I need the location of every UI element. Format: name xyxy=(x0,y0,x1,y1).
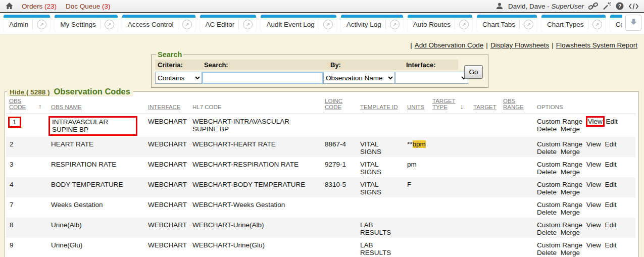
option-link-view[interactable]: View xyxy=(586,161,601,168)
option-link-custom-range[interactable]: Custom Range xyxy=(537,140,582,148)
cell-units xyxy=(399,197,424,218)
option-link-delete[interactable]: Delete xyxy=(537,148,557,156)
link-icon[interactable] xyxy=(588,2,598,10)
tab-auto-routes[interactable]: Auto Routes↗ xyxy=(408,15,472,32)
header-target-type[interactable]: TARGET TYPE xyxy=(424,96,453,114)
tab-chart-tabs[interactable]: Chart Tabs↗ xyxy=(477,15,537,32)
wand-icon[interactable] xyxy=(603,2,611,10)
option-link-custom-range[interactable]: Custom Range xyxy=(537,201,582,209)
nav-orders[interactable]: Orders (23) xyxy=(22,3,57,10)
cell-obs-name: Weeks Gestation xyxy=(44,197,140,218)
option-link-custom-range[interactable]: Custom Range xyxy=(537,161,582,168)
open-new-window-icon[interactable]: ↗ xyxy=(323,20,333,29)
header-target[interactable]: TARGET xyxy=(465,96,495,114)
option-link-merge[interactable]: Merge xyxy=(561,148,580,156)
open-new-window-icon[interactable]: ↗ xyxy=(524,20,533,29)
spacer-cell xyxy=(453,197,465,218)
option-link-delete[interactable]: Delete xyxy=(537,188,557,196)
option-link-edit[interactable]: Edit xyxy=(606,118,618,125)
header-units[interactable]: UNITS xyxy=(399,96,424,114)
option-link-delete[interactable]: Delete xyxy=(537,125,557,133)
main-content: |Add Observation Code|Display Flowsheets… xyxy=(0,34,644,257)
option-link-delete[interactable]: Delete xyxy=(537,249,557,256)
cell-units: **bpm xyxy=(399,137,424,157)
option-link-delete[interactable]: Delete xyxy=(537,229,557,236)
orders-count: (23) xyxy=(44,3,57,10)
action-link-flowsheets-system-report[interactable]: Flowsheets System Report xyxy=(556,41,637,49)
go-button[interactable]: Go xyxy=(464,65,483,79)
tab-colors[interactable]: Colors↗ xyxy=(610,15,622,32)
option-link-view[interactable]: View xyxy=(586,241,601,249)
option-link-merge[interactable]: Merge xyxy=(561,125,580,133)
option-link-custom-range[interactable]: Custom Range xyxy=(537,118,582,125)
option-link-custom-range[interactable]: Custom Range xyxy=(537,181,582,188)
open-new-window-icon[interactable]: ↗ xyxy=(390,20,400,29)
option-link-merge[interactable]: Merge xyxy=(561,249,580,256)
tab-admin[interactable]: Admin↗ xyxy=(4,15,50,32)
tab-overflow-button[interactable] xyxy=(625,15,641,31)
option-link-merge[interactable]: Merge xyxy=(561,188,580,196)
open-new-window-icon[interactable]: ↗ xyxy=(182,20,192,29)
table-header-row: OBS CODE ↑ OBS NAME INTERFACE HL7 CODE L… xyxy=(6,96,635,114)
hide-count-link[interactable]: Hide ( 5288 ) xyxy=(10,88,50,96)
option-link-view[interactable]: View xyxy=(586,181,601,188)
cell-target-type xyxy=(424,218,453,238)
tab-activity-log[interactable]: Activity Log↗ xyxy=(341,15,403,32)
tab-audit-event-log[interactable]: Audit Event Log↗ xyxy=(261,15,336,32)
home-icon[interactable] xyxy=(5,2,14,10)
criteria-label: Criteria: xyxy=(155,61,204,69)
option-link-merge[interactable]: Merge xyxy=(561,168,580,176)
header-loinc-code[interactable]: LOINC CODE xyxy=(317,96,352,114)
option-link-edit[interactable]: Edit xyxy=(605,221,617,229)
help-icon[interactable]: ? xyxy=(616,2,624,10)
nav-doc-queue[interactable]: Doc Queue (3) xyxy=(66,3,111,10)
option-link-edit[interactable]: Edit xyxy=(605,181,617,188)
cell-interface: WEBCHART xyxy=(140,218,184,238)
table-row: 1INTRAVASCULAR SUPINE BPWEBCHARTWEBCHART… xyxy=(6,114,635,137)
option-link-custom-range[interactable]: Custom Range xyxy=(537,241,582,249)
by-select[interactable]: Observation Name xyxy=(323,72,395,84)
cell-obs-name: INTRAVASCULAR SUPINE BP xyxy=(44,114,140,137)
user-label: David, Dave - SuperUser xyxy=(508,3,584,10)
open-new-window-icon[interactable]: ↗ xyxy=(37,20,46,29)
option-link-edit[interactable]: Edit xyxy=(605,161,617,168)
option-link-merge[interactable]: Merge xyxy=(561,229,580,236)
option-link-merge[interactable]: Merge xyxy=(561,209,580,216)
header-obs-code[interactable]: OBS CODE xyxy=(6,96,31,114)
action-link-add-observation-code[interactable]: Add Observation Code xyxy=(415,41,484,49)
option-link-view[interactable]: View xyxy=(586,140,601,148)
option-link-edit[interactable]: Edit xyxy=(605,241,617,249)
option-link-edit[interactable]: Edit xyxy=(605,140,617,148)
option-link-delete[interactable]: Delete xyxy=(537,209,557,216)
open-new-window-icon[interactable]: ↗ xyxy=(592,20,602,29)
cell-target-type xyxy=(424,197,453,218)
header-interface[interactable]: INTERFACE xyxy=(140,96,184,114)
tab-my-settings[interactable]: My Settings↗ xyxy=(55,15,118,32)
cell-template-id: VITAL SIGNS xyxy=(352,157,399,177)
header-obs-name[interactable]: OBS NAME xyxy=(44,96,140,114)
header-template-id[interactable]: TEMPLATE ID xyxy=(352,96,399,114)
option-link-edit[interactable]: Edit xyxy=(605,201,617,209)
tab-chart-types[interactable]: Chart Types↗ xyxy=(541,15,606,32)
header-obs-range[interactable]: OBS RANGE xyxy=(495,96,529,114)
option-link-delete[interactable]: Delete xyxy=(537,168,557,176)
cell-obs-code: 9 xyxy=(6,238,31,257)
option-link-view[interactable]: View xyxy=(588,118,603,125)
cell-template-id: VITAL SIGNS xyxy=(352,177,399,197)
open-new-window-icon[interactable]: ↗ xyxy=(105,20,114,29)
open-new-window-icon[interactable]: ↗ xyxy=(243,20,253,29)
spacer-cell xyxy=(31,157,44,177)
action-link-display-flowsheets[interactable]: Display Flowsheets xyxy=(490,41,549,49)
option-link-custom-range[interactable]: Custom Range xyxy=(537,221,582,229)
search-input[interactable] xyxy=(202,72,323,84)
sort-asc-icon[interactable]: ↑ xyxy=(31,96,44,114)
option-link-view[interactable]: View xyxy=(586,201,601,209)
option-link-view[interactable]: View xyxy=(586,221,601,229)
cell-obs-range xyxy=(495,197,529,218)
code-icon[interactable] xyxy=(628,3,639,10)
interface-select[interactable] xyxy=(395,72,468,84)
open-new-window-icon[interactable]: ↗ xyxy=(459,20,469,29)
criteria-select[interactable]: Contains xyxy=(155,72,202,84)
tab-ac-editor[interactable]: AC Editor↗ xyxy=(200,15,257,32)
tab-access-control[interactable]: Access Control↗ xyxy=(122,15,195,32)
